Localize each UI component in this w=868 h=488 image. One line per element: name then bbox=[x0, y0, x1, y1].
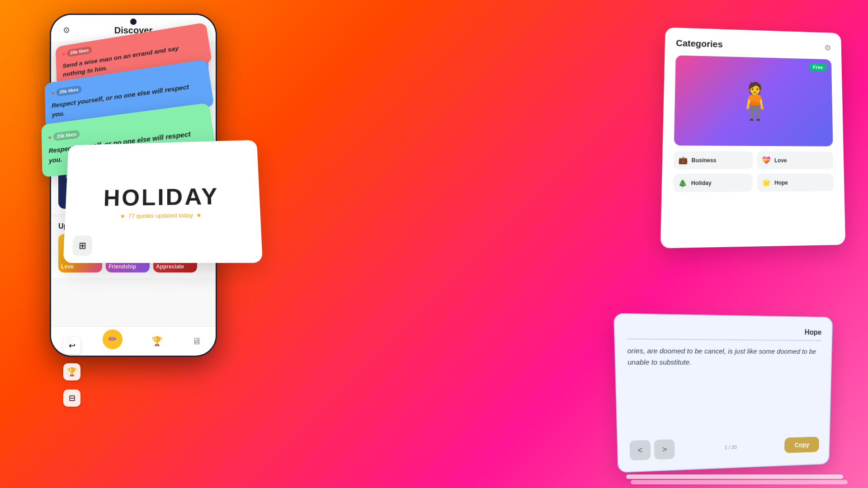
side-refresh-icon[interactable]: ↩ bbox=[63, 337, 80, 354]
library-icon: 🖥 bbox=[192, 336, 201, 347]
pencil-icon: ✏ bbox=[108, 333, 117, 345]
love-label: Love bbox=[61, 263, 74, 270]
quote-prev-button[interactable]: < bbox=[629, 440, 651, 461]
holiday-title: HOLIDAY bbox=[103, 183, 219, 211]
category-holiday[interactable]: 🎄 Holiday bbox=[673, 174, 753, 192]
quote-next-button[interactable]: > bbox=[654, 439, 675, 460]
fq3-heart-icon: ♥ bbox=[48, 133, 52, 141]
quote-detail-card: Hope ories, are doomed to be cancel, is … bbox=[613, 313, 833, 473]
holiday-icon: 🎄 bbox=[678, 178, 687, 188]
categories-settings-icon[interactable]: ⚙ bbox=[824, 43, 831, 52]
quote-page-number: 1 / 20 bbox=[725, 444, 737, 450]
appreciate-label: Appreciate bbox=[156, 263, 184, 270]
nav-trophy[interactable]: 🏆 bbox=[151, 336, 163, 347]
side-icons-panel: ↩ 🏆 ⊟ bbox=[63, 337, 80, 407]
category-love[interactable]: 💝 Love bbox=[757, 151, 833, 169]
fq1-heart-icon: ♥ bbox=[62, 51, 65, 58]
categories-header: Categories ⚙ bbox=[676, 38, 831, 52]
nav-library[interactable]: 🖥 bbox=[192, 336, 201, 347]
fq1-likes-count: 25k likes bbox=[67, 46, 92, 57]
quote-detail-bottom: < > 1 / 20 Copy bbox=[629, 435, 819, 461]
quote-nav-buttons: < > bbox=[629, 439, 675, 460]
love-cat-icon: 💝 bbox=[762, 156, 771, 164]
person-illustration: 🧍 bbox=[732, 80, 777, 122]
friendship-label: Friendship bbox=[108, 263, 136, 270]
copy-button[interactable]: Copy bbox=[784, 436, 819, 453]
card-stack-shadow-1 bbox=[626, 474, 843, 479]
side-bookmark-icon[interactable]: ⊟ bbox=[63, 389, 80, 407]
category-business[interactable]: 💼 Business bbox=[674, 151, 753, 169]
trophy-icon: 🏆 bbox=[151, 336, 163, 347]
quote-category-label: Hope bbox=[627, 326, 821, 337]
star-icon: ★ bbox=[120, 212, 126, 219]
business-label: Business bbox=[691, 157, 716, 163]
holiday-card: HOLIDAY ★ 77 quotes updated today ★ ⊞ bbox=[63, 140, 263, 263]
phone-notch bbox=[130, 19, 137, 25]
categories-title: Categories bbox=[676, 38, 723, 49]
love-cat-label: Love bbox=[774, 157, 787, 164]
side-trophy-icon[interactable]: 🏆 bbox=[63, 363, 80, 380]
holiday-icon-row: ⊞ bbox=[72, 235, 93, 256]
holiday-star-row: ★ 77 quotes updated today ★ bbox=[120, 211, 202, 219]
nav-discover[interactable]: ✏ bbox=[103, 333, 123, 349]
category-hope[interactable]: 🌟 Hope bbox=[757, 174, 834, 192]
card-stack-shadow-2 bbox=[631, 480, 848, 484]
fq2-likes-count: 25k likes bbox=[56, 85, 82, 97]
categories-grid: 💼 Business 💝 Love 🎄 Holiday 🌟 Hope bbox=[673, 151, 834, 192]
holiday-quote-count: 77 quotes updated today bbox=[128, 211, 193, 219]
fq3-likes-count: 25k likes bbox=[53, 130, 80, 141]
business-icon: 💼 bbox=[678, 156, 688, 165]
hope-icon: 🌟 bbox=[762, 178, 771, 187]
categories-photo: 🧍 Free bbox=[674, 55, 833, 146]
free-badge: Free bbox=[809, 63, 827, 71]
discover-active-circle: ✏ bbox=[103, 329, 123, 349]
settings-icon[interactable]: ⚙ bbox=[60, 24, 73, 37]
hope-label: Hope bbox=[774, 179, 788, 186]
fq2-heart-icon: ♥ bbox=[51, 89, 54, 97]
holiday-label: Holiday bbox=[691, 179, 712, 186]
holiday-grid-icon[interactable]: ⊞ bbox=[72, 235, 93, 256]
star-icon-2: ★ bbox=[196, 211, 202, 218]
quote-detail-text: ories, are doomed to be cancel, is just … bbox=[627, 345, 821, 433]
categories-card: Categories ⚙ 🧍 Free 💼 Business 💝 Love 🎄 … bbox=[660, 27, 845, 248]
